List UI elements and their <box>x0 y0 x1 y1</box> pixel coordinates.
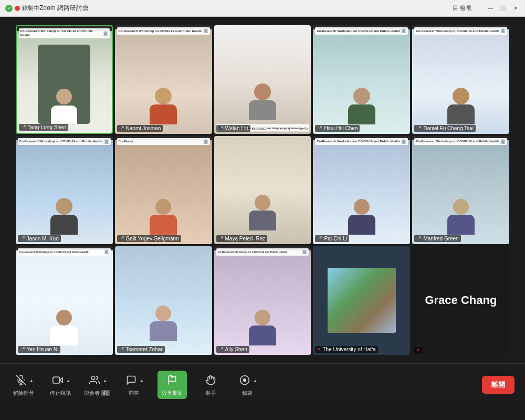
video-icon <box>50 373 65 387</box>
participant-name-3: 🎤 Welan Lin <box>216 125 250 132</box>
participants-button[interactable]: ▲ 與會者 49 <box>84 373 110 397</box>
participant-name-15: ✕ <box>414 347 422 353</box>
close-button[interactable]: ✕ <box>511 4 520 13</box>
participant-name-6: 🎤 Jason M. Kuo <box>18 235 61 242</box>
participants-label: 與會者 <box>84 390 100 397</box>
participant-name-1: 🎤 Tang-Long Shen <box>19 124 68 131</box>
participant-name-11: 🎤 Yen Hsuan Ni <box>18 346 61 353</box>
qa-icon <box>124 373 139 387</box>
participant-cell-11[interactable]: Co-Research Workshop on COVID-19 and Pub… <box>16 246 113 354</box>
participant-cell-4[interactable]: Co-Research Workshop on COVID-19 and Pub… <box>313 25 410 133</box>
participant-cell-14[interactable]: ✕ The University of Haifa <box>313 246 410 354</box>
workshop-banner-9: Co-Research Workshop on COVID-19 and Pub… <box>315 138 408 145</box>
participant-name-4: 🎤 Hsiu Hsi Chen <box>315 125 360 132</box>
participant-name-7: 🎤 Galit Yogev-Seligmann <box>117 235 181 242</box>
participant-cell-10[interactable]: Co-Research Workshop on COVID-19 and Pub… <box>412 136 509 244</box>
microphone-icon <box>14 373 28 387</box>
window-chrome: ✓ 錄製中 Zoom 網路研討會 目 檢視 — ⬜ ✕ <box>0 0 525 17</box>
participant-cell-7[interactable]: Co-Resea... 🏛️ 🎤 Galit Yogev-Seligmann <box>115 136 212 244</box>
share-icon <box>165 373 180 387</box>
participant-name-12: 🎤 Tsameret Zohar <box>117 346 165 353</box>
participant-cell-6[interactable]: Co-Research Workshop on COVID-19 and Pub… <box>16 136 113 244</box>
participant-name-14: ✕ The University of Haifa <box>315 346 377 353</box>
participant-name-5: 🎤 Daniel Fu Chang Tsai <box>414 125 475 132</box>
grace-chang-name: Grace Chang <box>425 293 497 307</box>
recording-dot <box>15 6 20 11</box>
main-content: Co-Research Workshop on COVID-19 and Pub… <box>0 17 525 363</box>
svg-point-5 <box>91 376 95 380</box>
svg-point-8 <box>244 379 246 381</box>
workshop-banner-1: Co-Research Workshop on COVID-19 and Pub… <box>19 28 110 38</box>
end-button[interactable]: 離開 <box>482 376 514 394</box>
mute-label: 解除靜音 <box>13 390 34 397</box>
workshop-banner-7: Co-Resea... 🏛️ <box>117 138 210 145</box>
share-screen-button[interactable]: 分享畫面 <box>158 371 187 399</box>
raise-hand-label: 舉手 <box>205 390 216 397</box>
stop-video-button[interactable]: ▲ 停止視訊 <box>47 373 74 397</box>
participant-cell-3[interactable]: Co-Research Workshop on COVID-19 and Pub… <box>214 25 311 133</box>
workshop-banner-10: Co-Research Workshop on COVID-19 and Pub… <box>414 138 507 145</box>
recording-label: 錄製中 <box>22 4 39 12</box>
participants-count: 49 <box>101 390 110 396</box>
workshop-banner-13: Co-Research Workshop on COVID-19 and Pub… <box>216 248 309 256</box>
bottom-toolbar: ▲ 解除靜音 ▲ 停止視訊 ▲ <box>0 363 525 405</box>
participant-name-10: 🎤 Manfred Green <box>414 235 460 242</box>
participant-cell-15[interactable]: Grace Chang ✕ <box>412 246 509 354</box>
qa-button[interactable]: ▲ 問答 <box>121 373 147 397</box>
participant-name-2: 🎤 Naomi Josman <box>117 125 163 132</box>
participant-name-9: 🎤 Pai-Chi Li <box>315 235 349 242</box>
workshop-banner-6: Co-Research Workshop on COVID-19 and Pub… <box>18 138 111 145</box>
workshop-banner-5: Co-Research Workshop on COVID-19 and Pub… <box>414 27 507 35</box>
shield-icon: ✓ <box>5 5 13 12</box>
recording-badge: ✓ 錄製中 <box>5 4 39 12</box>
stop-video-label: 停止視訊 <box>50 390 71 397</box>
participant-cell-5[interactable]: Co-Research Workshop on COVID-19 and Pub… <box>412 25 509 133</box>
record-icon <box>237 373 252 387</box>
workshop-banner-2: Co-Research Workshop on COVID-19 and Pub… <box>117 27 210 35</box>
maximize-button[interactable]: ⬜ <box>499 4 507 13</box>
window-controls: 目 檢視 — ⬜ ✕ <box>453 4 520 13</box>
svg-rect-4 <box>53 377 60 383</box>
window-title: Zoom 網路研討會 <box>39 4 453 13</box>
participant-cell-8[interactable]: 🎤 Maya Peled- Raz <box>214 136 311 244</box>
share-screen-label: 分享畫面 <box>162 390 183 397</box>
participant-cell-9[interactable]: Co-Research Workshop on COVID-19 and Pub… <box>313 136 410 244</box>
participant-cell-1[interactable]: Co-Research Workshop on COVID-19 and Pub… <box>16 25 113 133</box>
qa-label: 問答 <box>129 390 139 397</box>
view-label[interactable]: 目 檢視 <box>453 4 471 13</box>
mute-button[interactable]: ▲ 解除靜音 <box>10 373 37 397</box>
minimize-button[interactable]: — <box>486 4 495 13</box>
raise-hand-button[interactable]: 舉手 <box>197 373 224 397</box>
participant-cell-2[interactable]: Co-Research Workshop on COVID-19 and Pub… <box>115 25 212 133</box>
participants-icon <box>87 373 102 387</box>
participant-cell-12[interactable]: 🎤 Tsameret Zohar <box>115 246 212 354</box>
workshop-banner-4: Co-Research Workshop on COVID-19 and Pub… <box>315 27 408 35</box>
participant-name-13: 🎤 Ally Shen <box>216 346 249 353</box>
svg-marker-3 <box>59 377 62 382</box>
video-grid: Co-Research Workshop on COVID-19 and Pub… <box>16 25 510 354</box>
participant-cell-13[interactable]: Co-Research Workshop on COVID-19 and Pub… <box>214 246 311 354</box>
record-button[interactable]: ▲ 錄製 <box>234 373 260 397</box>
record-label: 錄製 <box>242 390 253 397</box>
participant-name-8: 🎤 Maya Peled- Raz <box>216 235 268 242</box>
workshop-banner-11: Co-Research Workshop on COVID-19 and Pub… <box>18 248 111 256</box>
